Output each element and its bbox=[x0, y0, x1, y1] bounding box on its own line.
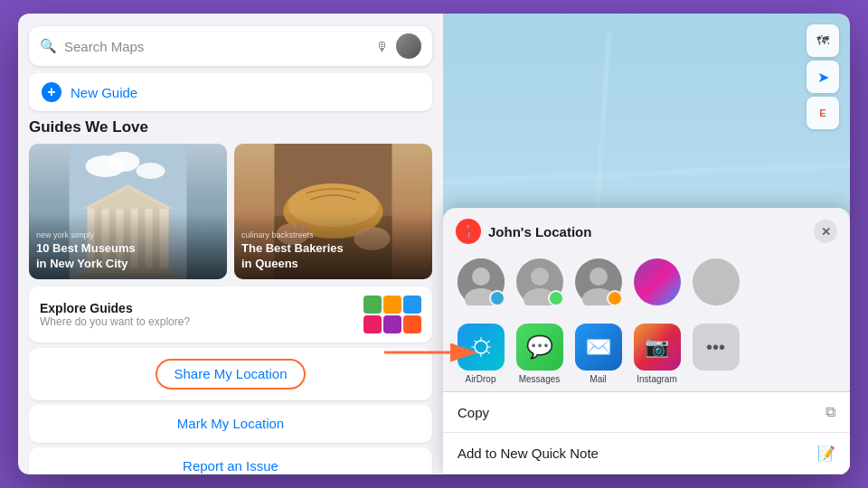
share-close-button[interactable]: ✕ bbox=[814, 220, 837, 243]
report-issue-button[interactable]: Report an Issue bbox=[29, 447, 432, 474]
explore-title: Explore Guides bbox=[40, 301, 363, 315]
explore-icons bbox=[363, 296, 421, 333]
copy-action[interactable]: Copy ⧉ bbox=[443, 392, 850, 433]
arrow-indicator bbox=[380, 334, 488, 374]
contact-badge-2 bbox=[548, 290, 564, 306]
guide-card-bakeries[interactable]: culinary backstreets The Best Bakeriesin… bbox=[234, 144, 432, 279]
mail-item[interactable]: ✉️ Mail bbox=[573, 324, 623, 384]
quick-note-action[interactable]: Add to New Quick Note 📝 bbox=[443, 433, 850, 474]
maps-panel: 🔍 Search Maps 🎙 + New Guide Guides We Lo… bbox=[18, 14, 443, 474]
mail-icon: ✉️ bbox=[575, 324, 622, 371]
share-sheet-header: 📍 John's Location ✕ bbox=[443, 208, 850, 251]
copy-icon: ⧉ bbox=[826, 404, 835, 420]
explore-guides-section[interactable]: Explore Guides Where do you want to expl… bbox=[29, 286, 432, 343]
device-container: 🔍 Search Maps 🎙 + New Guide Guides We Lo… bbox=[18, 14, 850, 474]
instagram-item[interactable]: 📷 Instagram bbox=[632, 324, 682, 384]
map-panel: 🗺 ➤ E 📍 John's Location ✕ bbox=[443, 14, 850, 474]
share-sheet-title: John's Location bbox=[488, 224, 814, 239]
explore-icon-3 bbox=[403, 296, 421, 314]
museum-brand: new york simply bbox=[36, 230, 220, 239]
guide-card-museums[interactable]: new york simply 10 Best Museumsin New Yo… bbox=[29, 144, 227, 279]
explore-subtitle: Where do you want to explore? bbox=[40, 315, 363, 328]
location-button[interactable]: ➤ bbox=[807, 61, 839, 93]
guides-section: Guides We Love bbox=[18, 118, 443, 286]
app-icons-row: AirDrop 💬 Messages ✉️ Mail 📷 bbox=[443, 316, 850, 391]
contact-item[interactable] bbox=[456, 258, 505, 309]
plus-icon: + bbox=[42, 82, 61, 102]
new-guide-label: New Guide bbox=[71, 85, 137, 100]
compass-button[interactable]: E bbox=[807, 97, 839, 129]
quick-note-label: Add to New Quick Note bbox=[458, 446, 817, 461]
more-item[interactable]: ••• bbox=[691, 324, 741, 384]
svg-point-2 bbox=[108, 152, 140, 172]
share-location-button[interactable]: Share My Location bbox=[29, 348, 432, 400]
messages-item[interactable]: 💬 Messages bbox=[514, 324, 564, 384]
guides-title: Guides We Love bbox=[29, 118, 432, 136]
contact-item[interactable] bbox=[632, 258, 682, 309]
quick-note-icon: 📝 bbox=[817, 445, 835, 462]
contact-avatar-4 bbox=[634, 258, 681, 305]
contact-avatar-2 bbox=[516, 258, 563, 305]
contact-item[interactable] bbox=[514, 258, 564, 309]
location-pin-icon: 📍 bbox=[456, 219, 481, 244]
guides-grid: new york simply 10 Best Museumsin New Yo… bbox=[29, 144, 432, 279]
contact-badge-1 bbox=[489, 290, 505, 306]
search-input[interactable]: Search Maps bbox=[64, 39, 375, 54]
svg-point-38 bbox=[634, 258, 681, 305]
more-icon: ••• bbox=[693, 324, 740, 371]
explore-icon-5 bbox=[383, 315, 401, 333]
explore-icon-4 bbox=[363, 315, 382, 333]
messages-icon: 💬 bbox=[516, 324, 563, 371]
explore-icon-1 bbox=[363, 296, 382, 314]
search-icon: 🔍 bbox=[40, 38, 57, 54]
instagram-icon: 📷 bbox=[634, 324, 681, 371]
bakery-label: The Best Bakeriesin Queens bbox=[241, 241, 425, 272]
contact-item[interactable] bbox=[691, 258, 741, 309]
contacts-row bbox=[443, 251, 850, 316]
mic-icon[interactable]: 🎙 bbox=[375, 39, 389, 54]
svg-point-36 bbox=[590, 267, 608, 286]
contact-avatar-3 bbox=[575, 258, 622, 305]
share-sheet: 📍 John's Location ✕ bbox=[443, 208, 850, 474]
messages-label: Messages bbox=[519, 374, 561, 384]
new-guide-button[interactable]: + New Guide bbox=[29, 73, 432, 111]
mail-label: Mail bbox=[590, 374, 606, 384]
museum-card-overlay: new york simply 10 Best Museumsin New Yo… bbox=[29, 212, 227, 279]
explore-text: Explore Guides Where do you want to expl… bbox=[40, 301, 363, 328]
search-bar[interactable]: 🔍 Search Maps 🎙 bbox=[29, 26, 432, 66]
instagram-label: Instagram bbox=[637, 374, 676, 384]
svg-point-30 bbox=[472, 267, 490, 286]
share-actions: Copy ⧉ Add to New Quick Note 📝 bbox=[443, 391, 850, 474]
map-controls: 🗺 ➤ E bbox=[807, 24, 839, 129]
svg-line-26 bbox=[443, 165, 850, 182]
museum-label: 10 Best Museumsin New York City bbox=[36, 241, 220, 272]
bakery-brand: culinary backstreets bbox=[241, 230, 425, 239]
svg-point-3 bbox=[137, 163, 165, 179]
copy-label: Copy bbox=[458, 405, 826, 420]
explore-icon-2 bbox=[383, 296, 401, 314]
user-avatar[interactable] bbox=[396, 33, 421, 59]
share-location-label: Share My Location bbox=[156, 359, 305, 389]
airdrop-label: AirDrop bbox=[466, 374, 496, 384]
report-issue-label: Report an Issue bbox=[183, 458, 278, 474]
contact-avatar-5 bbox=[693, 258, 740, 305]
contact-avatar-1 bbox=[458, 258, 505, 305]
map-view-button[interactable]: 🗺 bbox=[807, 24, 839, 57]
bakery-card-overlay: culinary backstreets The Best Bakeriesin… bbox=[234, 212, 432, 279]
explore-icon-6 bbox=[403, 315, 421, 333]
mark-location-label: Mark My Location bbox=[177, 416, 284, 431]
svg-point-33 bbox=[531, 267, 549, 286]
mark-location-button[interactable]: Mark My Location bbox=[29, 405, 432, 443]
contact-badge-3 bbox=[607, 290, 623, 306]
contact-item[interactable] bbox=[573, 258, 623, 309]
